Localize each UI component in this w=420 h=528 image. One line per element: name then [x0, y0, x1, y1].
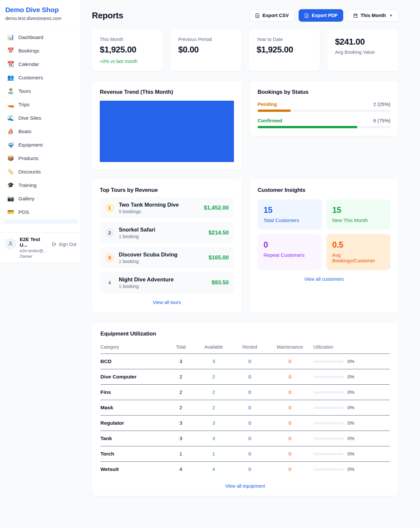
sidebar-item-label: Calendar — [18, 61, 39, 67]
table-row: Torch 1 1 0 0 0% — [100, 446, 390, 462]
sidebar-item-gallery[interactable]: 📷 Gallery — [4, 192, 77, 205]
stat-value: $241.00 — [335, 37, 390, 47]
shop-name: Demo Dive Shop — [5, 6, 76, 14]
equipment-utilization-title: Equipment Utilization — [100, 331, 390, 337]
stat-value: $1,925.00 — [100, 45, 155, 55]
utilization-bar-track — [313, 391, 344, 394]
sidebar-item-products[interactable]: 📦 Products — [4, 152, 77, 165]
credit-card-icon: 💳 — [7, 209, 14, 215]
cell-available: 3 — [196, 431, 232, 446]
cell-available: 2 — [196, 385, 232, 400]
tour-amount: $214.50 — [209, 230, 229, 236]
sidebar-item-tours[interactable]: 🏝️ Tours — [4, 84, 77, 98]
tour-amount: $165.00 — [209, 254, 229, 261]
period-dropdown[interactable]: This Month ▼ — [347, 9, 398, 22]
sidebar-item-discounts[interactable]: 🏷️ Discounts — [4, 165, 77, 178]
cell-utilization: 0% — [312, 462, 390, 477]
sidebar-user-panel: E2E Test U... e2e-tester@... Owner Sign … — [0, 232, 81, 263]
tour-info: Discover Scuba Diving 1 booking — [119, 252, 204, 264]
insight-grid: 15 Total Customers 15 New This Month 0 R… — [258, 199, 390, 270]
calendar-outline-icon — [353, 13, 358, 18]
stat-cards: This Month $1,925.00 +0% vs last month P… — [92, 30, 398, 71]
cell-total: 3 — [166, 416, 196, 431]
dive-mask-icon: 🤿 — [7, 141, 14, 148]
tour-info: Two Tank Morning Dive 5 bookings — [119, 202, 199, 214]
top-tours-title: Top Tours by Revenue — [100, 187, 234, 193]
tour-info: Snorkel Safari 1 booking — [119, 227, 204, 239]
sign-out-button[interactable]: Sign Out — [52, 242, 76, 247]
sidebar-item-trips[interactable]: 🚤 Trips — [4, 98, 77, 111]
user-info: E2E Test U... e2e-tester@... Owner — [20, 236, 48, 259]
calendar-icon: 📅 — [7, 47, 14, 54]
view-all-tours-link[interactable]: View all tours — [100, 300, 234, 305]
sidebar-item-label: Bookings — [18, 48, 39, 54]
sidebar-item-bookings[interactable]: 📅 Bookings — [4, 44, 77, 57]
view-all-customers-link[interactable]: View all customers — [258, 276, 390, 282]
cell-total: 4 — [166, 462, 196, 477]
sidebar-item-boats[interactable]: ⛵ Boats — [4, 125, 77, 138]
cell-total: 2 — [166, 385, 196, 400]
cell-category: Torch — [100, 446, 166, 462]
status-label: Pending — [258, 101, 277, 107]
sidebar-item-reports-partial[interactable] — [4, 219, 77, 224]
tour-name: Snorkel Safari — [119, 227, 204, 233]
sidebar-nav: 📊 Dashboard 📅 Bookings 📆 Calendar 👥 Cust… — [0, 26, 81, 232]
stat-label: Year to Date — [257, 37, 312, 42]
bar-chart-icon: 📊 — [7, 34, 14, 41]
tour-bookings: 1 booking — [119, 284, 207, 289]
utilization-percent: 0% — [347, 467, 354, 472]
status-bar-track — [258, 126, 390, 128]
equipment-table: Category Total Available Rented Maintena… — [100, 342, 390, 477]
utilization-percent: 0% — [347, 374, 354, 379]
cell-category: Regulator — [100, 416, 166, 431]
status-row-confirmed: Confirmed 6 (75%) — [258, 118, 390, 128]
sidebar-item-training[interactable]: 🎓 Training — [4, 178, 77, 192]
col-header-total: Total — [166, 342, 196, 354]
wave-icon: 🌊 — [7, 114, 14, 121]
bookings-by-status-title: Bookings by Status — [258, 89, 390, 95]
stat-label: Previous Period — [178, 37, 234, 42]
cell-total: 2 — [166, 369, 196, 385]
cell-maintenance: 0 — [268, 385, 312, 400]
sidebar-item-label: Discounts — [18, 169, 41, 175]
utilization-bar-track — [313, 376, 344, 378]
export-csv-button[interactable]: Export CSV — [249, 9, 294, 22]
cell-utilization: 0% — [312, 400, 390, 416]
sidebar-item-dashboard[interactable]: 📊 Dashboard — [4, 30, 77, 44]
status-row-pending: Pending 2 (25%) — [258, 101, 390, 112]
sidebar-item-label: POS — [18, 209, 29, 215]
utilization-percent: 0% — [347, 390, 354, 395]
sidebar-item-label: Trips — [18, 102, 30, 108]
rank-badge: 2 — [105, 228, 114, 237]
cell-rented: 0 — [232, 354, 268, 369]
user-role: Owner — [20, 254, 48, 259]
export-pdf-button[interactable]: Export PDF — [299, 9, 343, 22]
cell-available: 4 — [196, 462, 232, 477]
tour-name: Discover Scuba Diving — [119, 252, 204, 258]
cell-category: BCD — [100, 354, 166, 369]
sidebar-item-label: Dashboard — [18, 34, 43, 40]
avatar — [5, 238, 16, 250]
user-name: E2E Test U... — [20, 236, 48, 248]
col-header-available: Available — [196, 342, 232, 354]
sidebar-item-customers[interactable]: 👥 Customers — [4, 71, 77, 84]
charts-row: Revenue Trend (This Month) Bookings by S… — [92, 81, 398, 170]
view-all-equipment-link[interactable]: View all equipment — [100, 483, 390, 489]
tour-bookings: 1 booking — [119, 259, 204, 264]
cell-category: Tank — [100, 431, 166, 446]
status-count: 2 (25%) — [373, 101, 390, 107]
cell-category: Dive Computer — [100, 369, 166, 385]
export-csv-label: Export CSV — [262, 13, 289, 18]
cell-available: 2 — [196, 369, 232, 385]
sidebar-item-dive-sites[interactable]: 🌊 Dive Sites — [4, 111, 77, 125]
sidebar-item-pos[interactable]: 💳 POS — [4, 205, 77, 219]
sidebar-item-calendar[interactable]: 📆 Calendar — [4, 57, 77, 71]
page-title: Reports — [92, 10, 123, 21]
cell-rented: 0 — [232, 416, 268, 431]
sidebar-item-label: Gallery — [18, 196, 34, 202]
rank-badge: 1 — [105, 203, 114, 213]
sidebar-item-equipment[interactable]: 🤿 Equipment — [4, 138, 77, 152]
tour-name: Two Tank Morning Dive — [119, 202, 199, 208]
col-header-rented: Rented — [232, 342, 268, 354]
sidebar-item-label: Products — [18, 155, 38, 161]
